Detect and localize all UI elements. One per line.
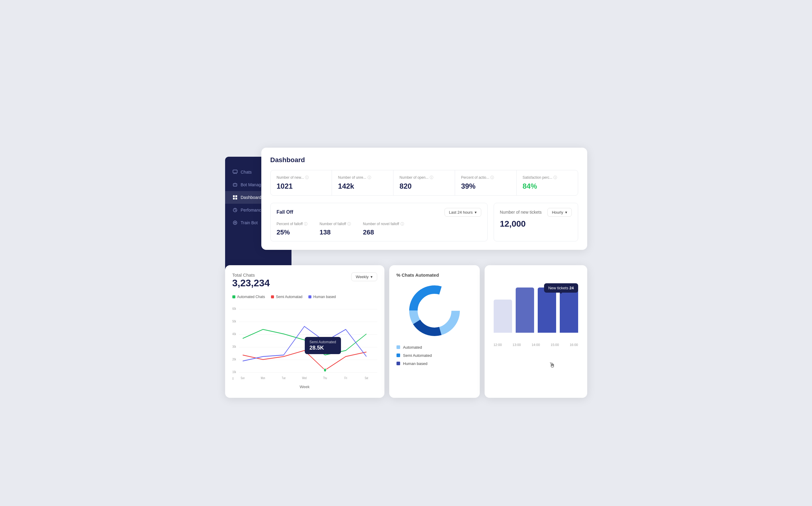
donut-chart-svg	[407, 283, 462, 338]
svg-rect-6	[233, 198, 235, 199]
chevron-down-icon-2: ▾	[565, 210, 567, 215]
legend-dot-automated	[232, 296, 235, 299]
svg-text:Thu: Thu	[323, 376, 327, 380]
sidebar-label-performance: Perfomance	[241, 207, 263, 213]
svg-text:Wed: Wed	[302, 376, 306, 380]
donut-legend-automated: Automated	[397, 345, 473, 350]
new-tickets-chart-card: New tickets 24 🖱	[485, 265, 587, 398]
x-label-13: 13:00	[513, 343, 521, 347]
stat-action-value: 39%	[461, 182, 510, 190]
svg-text:50k: 50k	[232, 319, 236, 323]
tooltip-value: 28.5K	[310, 345, 336, 351]
dashboard-title: Dashboard	[270, 156, 578, 164]
donut-legend: Automated Semi Automated Human based	[397, 345, 473, 366]
stat-satisfaction-label: Satisfaction perc... ⓘ	[523, 175, 572, 180]
info-icon-5: ⓘ	[553, 175, 557, 180]
svg-rect-5	[235, 195, 237, 197]
donut-dot-semi	[397, 353, 400, 357]
chart-tooltip: Semi Automated 28.5K	[305, 337, 341, 354]
bar-4	[560, 287, 578, 333]
tooltip-title: Semi Automated	[310, 340, 336, 344]
svg-text:30k: 30k	[232, 344, 236, 348]
falloff-percent: Percent of falloff ⓘ 25%	[277, 222, 308, 236]
sidebar-label-train-bot: Train Bot	[241, 220, 258, 225]
chevron-down-icon-3: ▾	[370, 274, 373, 279]
svg-text:Fri: Fri	[344, 376, 347, 380]
donut-label-human: Human based	[403, 361, 427, 366]
bar-1	[494, 287, 512, 333]
svg-rect-7	[235, 198, 237, 199]
new-tickets-header: Number of new tickets Hourly ▾	[500, 208, 572, 217]
total-chats-title: Total Chats	[232, 272, 270, 277]
donut-label-automated: Automated	[403, 345, 422, 350]
dashboard-icon	[232, 195, 238, 200]
new-tickets-value: 12,000	[500, 219, 572, 229]
stat-action: Percent of actio... ⓘ 39%	[455, 170, 517, 195]
info-icon-4: ⓘ	[490, 175, 494, 180]
svg-point-23	[324, 368, 326, 372]
stat-new: Number of new... ⓘ 1021	[271, 170, 332, 195]
svg-text:40k: 40k	[232, 332, 236, 336]
donut-legend-semi: Semi Automated	[397, 353, 473, 358]
chats-automated-card: % Chats Automated A	[389, 265, 480, 398]
donut-dot-automated	[397, 345, 400, 349]
stat-unresolved-label: Number of unre... ⓘ	[338, 175, 387, 180]
stat-action-label: Percent of actio... ⓘ	[461, 175, 510, 180]
bar-3	[538, 287, 556, 333]
bar-chart-bars	[491, 272, 581, 342]
bar-visual-3	[538, 287, 556, 333]
svg-text:60k: 60k	[232, 307, 236, 311]
new-tickets-card: Number of new tickets Hourly ▾ 12,000	[494, 203, 578, 241]
falloff-header: Fall Off Last 24 hours ▾	[277, 208, 481, 217]
period-label: Last 24 hours	[449, 210, 473, 215]
info-icon-8: ⓘ	[400, 222, 404, 227]
x-label-16: 16:00	[570, 343, 578, 347]
bar-2	[516, 287, 534, 333]
weekly-dropdown[interactable]: Weekly ▾	[351, 272, 377, 281]
bar-tooltip-value: 24	[569, 286, 573, 290]
info-icon-7: ⓘ	[347, 222, 351, 227]
stat-open-label: Number of open... ⓘ	[400, 175, 449, 180]
donut-label-semi: Semi Automated	[403, 353, 432, 358]
falloff-section: Fall Off Last 24 hours ▾ Percent of fall…	[270, 203, 578, 241]
bar-tooltip-label: New tickets	[548, 286, 568, 290]
x-label-14: 14:00	[532, 343, 540, 347]
svg-text:Mon: Mon	[261, 376, 265, 380]
info-icon-2: ⓘ	[367, 175, 371, 180]
svg-point-3	[235, 184, 236, 185]
legend-label-automated: Automated Chats	[237, 295, 265, 299]
weekly-label: Weekly	[356, 274, 368, 279]
total-chats-card: Total Chats 3,23,234 Weekly ▾ Automated …	[225, 265, 385, 398]
hourly-dropdown[interactable]: Hourly ▾	[547, 208, 572, 217]
falloff-title: Fall Off	[277, 209, 293, 215]
legend-dot-human	[309, 296, 312, 299]
svg-text:Tue: Tue	[281, 376, 285, 380]
new-tickets-label: Number of new tickets	[500, 210, 542, 215]
hourly-label: Hourly	[552, 210, 563, 215]
chevron-down-icon: ▾	[475, 210, 477, 215]
donut-dot-human	[397, 362, 400, 365]
falloff-number: Number of falloff ⓘ 138	[320, 222, 351, 236]
bar-visual-4	[560, 287, 578, 333]
chats-icon	[232, 169, 238, 175]
donut-container	[397, 283, 473, 338]
stat-new-value: 1021	[277, 182, 326, 190]
info-icon: ⓘ	[305, 175, 309, 180]
legend-label-semi: Semi Automatad	[276, 295, 302, 299]
period-dropdown[interactable]: Last 24 hours ▾	[445, 208, 481, 217]
total-chats-value: 3,23,234	[232, 277, 270, 289]
chart-header: Total Chats 3,23,234 Weekly ▾	[232, 272, 377, 293]
chart-header-left: Total Chats 3,23,234	[232, 272, 270, 293]
bottom-section: Total Chats 3,23,234 Weekly ▾ Automated …	[225, 265, 587, 398]
sidebar-label-dashboards: Dashboards	[241, 195, 264, 200]
x-axis-title: Week	[232, 385, 377, 389]
app-container: Chats Bot Management	[225, 148, 587, 359]
stats-row: Number of new... ⓘ 1021 Number of unre..…	[270, 170, 578, 195]
stat-open-value: 820	[400, 182, 449, 190]
stat-unresolved-value: 142k	[338, 182, 387, 190]
chart-legend: Automated Chats Semi Automatad Human bas…	[232, 295, 377, 299]
stat-unresolved: Number of unre... ⓘ 142k	[332, 170, 394, 195]
main-dashboard-card: Dashboard Number of new... ⓘ 1021 Number…	[261, 148, 587, 250]
svg-text:20k: 20k	[232, 357, 236, 361]
svg-text:Sat: Sat	[364, 376, 368, 380]
